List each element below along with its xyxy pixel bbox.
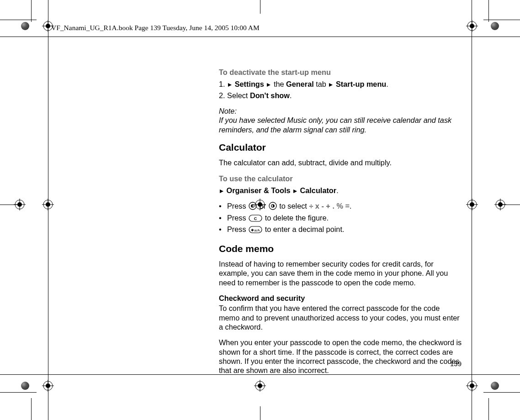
page-content: To deactivate the start-up menu 1. Setti… bbox=[219, 68, 462, 382]
menu-calculator: Calculator bbox=[300, 186, 337, 194]
text: the bbox=[271, 80, 286, 88]
nav-right-icon bbox=[269, 202, 277, 212]
corner-ball-icon bbox=[21, 22, 29, 30]
registration-mark-icon bbox=[466, 380, 478, 392]
menu-settings: Settings bbox=[235, 80, 264, 88]
note-label: Note: bbox=[219, 106, 462, 116]
note-block: Note: If you have selected Music only, y… bbox=[219, 106, 462, 134]
heading-code-memo: Code memo bbox=[219, 243, 462, 255]
registration-mark-icon bbox=[42, 380, 54, 392]
text: or bbox=[257, 202, 268, 210]
corner-ball-icon bbox=[491, 382, 499, 390]
code-memo-intro: Instead of having to remember security c… bbox=[219, 259, 462, 287]
note-body: If you have selected Music only, you can… bbox=[219, 116, 462, 134]
heading-deactivate-startup: To deactivate the start-up menu bbox=[219, 68, 462, 77]
registration-mark-icon bbox=[466, 20, 478, 32]
text: Press bbox=[227, 214, 248, 222]
step-number: 1. bbox=[219, 80, 227, 88]
nav-arrow-icon bbox=[329, 83, 333, 87]
option-dont-show: Don't show bbox=[250, 91, 290, 100]
registration-mark-icon bbox=[254, 380, 266, 392]
calculator-nav-path: Organiser & Tools Calculator. bbox=[219, 186, 462, 195]
text: to enter a decimal point. bbox=[263, 225, 344, 233]
nav-arrow-icon bbox=[228, 83, 232, 87]
text: . bbox=[336, 186, 339, 194]
step-2: 2. Select Don't show. bbox=[219, 91, 462, 100]
page-number: 139 bbox=[450, 360, 462, 368]
page-header-meta: VF_Nanami_UG_R1A.book Page 139 Tuesday, … bbox=[51, 24, 260, 32]
registration-mark-icon bbox=[466, 199, 478, 210]
c-key-icon: C bbox=[249, 215, 262, 224]
nav-left-icon bbox=[249, 202, 257, 212]
svg-text:C: C bbox=[254, 216, 257, 221]
calculator-intro: The calculator can add, subtract, divide… bbox=[219, 158, 462, 167]
star-key-icon: ✱a/A bbox=[249, 226, 262, 235]
checkword-paragraph-1: To confirm that you have entered the cor… bbox=[219, 304, 462, 331]
heading-use-calculator: To use the calculator bbox=[219, 174, 462, 183]
menu-startup: Start-up menu bbox=[336, 80, 386, 88]
text: . bbox=[290, 91, 292, 100]
text: 2. Select bbox=[219, 91, 250, 100]
text: to delete the figure. bbox=[263, 214, 329, 222]
text: . bbox=[350, 202, 352, 210]
registration-mark-icon bbox=[42, 199, 54, 210]
step-1: 1. Settings the General tab Start-up men… bbox=[219, 79, 462, 89]
tab-general: General bbox=[286, 80, 314, 88]
text: Press bbox=[227, 202, 248, 210]
calc-bullet-3: • Press ✱a/A to enter a decimal point. bbox=[219, 225, 462, 235]
nav-arrow-icon bbox=[267, 83, 271, 87]
text: Press bbox=[227, 225, 248, 233]
calc-operators: ÷ x - + . % = bbox=[309, 202, 350, 210]
nav-arrow-icon bbox=[220, 189, 223, 193]
calc-bullet-1: • Press or to select ÷ x - + . % =. bbox=[219, 201, 462, 212]
nav-arrow-icon bbox=[293, 189, 297, 193]
calc-bullet-2: • Press C to delete the figure. bbox=[219, 213, 462, 224]
text: to select bbox=[277, 202, 309, 210]
heading-checkword: Checkword and security bbox=[219, 294, 462, 303]
text: . bbox=[386, 80, 388, 88]
menu-organiser-tools: Organiser & Tools bbox=[227, 186, 291, 194]
text: tab bbox=[314, 80, 329, 88]
corner-ball-icon bbox=[491, 22, 499, 30]
checkword-paragraph-2: When you enter your passcode to open the… bbox=[219, 338, 462, 375]
corner-ball-icon bbox=[21, 382, 29, 390]
svg-text:✱a/A: ✱a/A bbox=[251, 228, 260, 232]
heading-calculator: Calculator bbox=[219, 142, 462, 153]
